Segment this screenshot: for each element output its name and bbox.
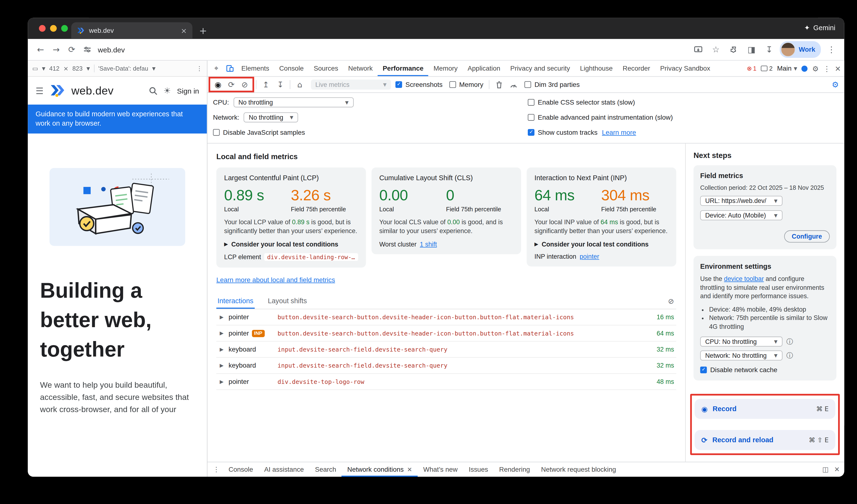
tab-network[interactable]: Network: [343, 61, 377, 76]
drawer-tab-network-conditions[interactable]: Network conditions ✕: [342, 463, 418, 477]
worst-cluster-link[interactable]: 1 shift: [420, 241, 437, 248]
network-throttling-select[interactable]: No throttling▼: [244, 113, 298, 122]
extensions-puzzle-icon[interactable]: [726, 43, 741, 57]
browser-menu-icon[interactable]: ⋮: [824, 43, 839, 57]
fullscreen-window-button[interactable]: [61, 25, 68, 32]
interaction-row[interactable]: ▶ keyboard input.devsite-search-field.de…: [216, 341, 676, 357]
context-selector[interactable]: Main▼: [777, 65, 797, 72]
capture-settings-icon[interactable]: [507, 78, 520, 91]
drawer-tab-console[interactable]: Console: [223, 463, 259, 477]
row-expand-icon[interactable]: ▶: [220, 347, 229, 352]
gemini-button[interactable]: ✦ Gemini: [804, 23, 835, 32]
inp-test-conditions-expander[interactable]: ▶Consider your local test conditions: [535, 241, 669, 248]
custom-tracks-learn-more-link[interactable]: Learn more: [602, 129, 636, 136]
info-icon[interactable]: ⓘ: [786, 337, 793, 346]
tab-sources[interactable]: Sources: [309, 61, 343, 76]
tab-layout-shifts[interactable]: Layout shifts: [267, 293, 308, 309]
field-url-select[interactable]: URL: https://web.dev/▼: [700, 196, 783, 206]
device-width-field[interactable]: 412: [49, 65, 60, 72]
forward-icon[interactable]: →: [49, 43, 63, 57]
drawer-tab-rendering[interactable]: Rendering: [493, 463, 535, 477]
search-icon[interactable]: [149, 86, 157, 95]
record-action-button[interactable]: ◉ Record ⌘ E: [694, 399, 835, 419]
issues-badge[interactable]: 2: [761, 65, 773, 72]
bookmark-star-icon[interactable]: ☆: [709, 43, 723, 57]
side-panel-icon[interactable]: ◨: [744, 43, 759, 57]
drawer-tab-search[interactable]: Search: [309, 463, 342, 477]
device-more-menu-icon[interactable]: ⋮: [197, 65, 203, 72]
configure-button[interactable]: Configure: [784, 230, 830, 242]
inp-interaction-link[interactable]: pointer: [580, 253, 599, 260]
back-icon[interactable]: ←: [33, 43, 48, 57]
field-metrics-learn-link[interactable]: Learn more about local and field metrics: [216, 276, 335, 284]
save-profile-icon[interactable]: ↧: [274, 78, 287, 91]
devtools-close-icon[interactable]: ✕: [835, 64, 841, 72]
row-expand-icon[interactable]: ▶: [220, 363, 229, 368]
inspect-icon[interactable]: ⌖: [209, 61, 223, 76]
tab-close-icon[interactable]: ×: [181, 26, 187, 35]
live-metrics-home-icon[interactable]: ⌂: [293, 78, 306, 91]
info-icon[interactable]: ⓘ: [786, 351, 793, 360]
new-tab-button[interactable]: +: [199, 25, 207, 36]
tab-console[interactable]: Console: [274, 61, 309, 76]
close-window-button[interactable]: [39, 25, 46, 32]
custom-tracks-checkbox[interactable]: Show custom tracks: [528, 129, 598, 136]
disable-network-cache-checkbox[interactable]: Disable network cache: [700, 366, 830, 374]
drawer-dock-icon[interactable]: ◫: [822, 466, 828, 474]
tab-privacy-sandbox[interactable]: Privacy Sandbox: [655, 61, 715, 76]
lcp-element-chip[interactable]: div.devsite-landing-row-ite…: [264, 253, 358, 261]
tab-lighthouse[interactable]: Lighthouse: [575, 61, 618, 76]
cpu-throttling-select[interactable]: No throttling▼: [234, 97, 354, 107]
site-info-icon[interactable]: [80, 43, 95, 57]
device-toolbar-link[interactable]: device toolbar: [724, 275, 764, 282]
tab-memory[interactable]: Memory: [428, 61, 463, 76]
row-expand-icon[interactable]: ▶: [220, 379, 229, 384]
disable-js-samples-checkbox[interactable]: Disable JavaScript samples: [213, 129, 305, 136]
record-and-reload-button[interactable]: ⟳: [225, 78, 238, 91]
downloads-icon[interactable]: ↧: [762, 43, 776, 57]
device-toolbar-toggle-icon[interactable]: [223, 61, 236, 76]
css-selector-stats-checkbox[interactable]: Enable CSS selector stats (slow): [528, 98, 635, 106]
site-brand[interactable]: web.dev: [71, 84, 113, 97]
interaction-row[interactable]: ▶ keyboard input.devsite-search-field.de…: [216, 358, 676, 374]
devtools-more-menu-icon[interactable]: ⋮: [823, 64, 830, 72]
interaction-row[interactable]: ▶ pointer button.devsite-search-button.d…: [216, 309, 676, 325]
record-and-reload-action-button[interactable]: ⟳ Record and reload ⌘ ⇧ E: [694, 430, 835, 450]
focus-page-icon[interactable]: [802, 65, 808, 71]
memory-checkbox[interactable]: Memory: [449, 81, 484, 88]
row-expand-icon[interactable]: ▶: [220, 331, 229, 336]
record-button[interactable]: ◉: [211, 78, 225, 91]
drawer-tab-whats-new[interactable]: What’s new: [418, 463, 463, 477]
tab-privacy-security[interactable]: Privacy and security: [505, 61, 575, 76]
tab-performance[interactable]: Performance: [378, 61, 428, 76]
hamburger-menu-icon[interactable]: ☰: [36, 85, 44, 96]
minimize-window-button[interactable]: [50, 25, 57, 32]
theme-toggle-icon[interactable]: ☀: [164, 86, 171, 96]
drawer-more-tools-icon[interactable]: ⋮: [209, 463, 223, 477]
device-select-icon[interactable]: ▭: [32, 65, 38, 72]
tab-recorder[interactable]: Recorder: [618, 61, 655, 76]
interaction-row[interactable]: ▶ pointer div.devsite-top-logo-row 48 ms: [216, 374, 676, 390]
dim-third-parties-checkbox[interactable]: Dim 3rd parties: [524, 81, 580, 88]
lcp-test-conditions-expander[interactable]: ▶Consider your local test conditions: [224, 241, 358, 248]
advanced-paint-checkbox[interactable]: Enable advanced paint instrumentation (s…: [528, 114, 673, 121]
tab-application[interactable]: Application: [463, 61, 505, 76]
drawer-tab-ai-assistance[interactable]: AI assistance: [259, 463, 309, 477]
webdev-logo-icon[interactable]: [50, 84, 65, 97]
drawer-tab-close-icon[interactable]: ✕: [407, 466, 412, 473]
screenshots-checkbox[interactable]: Screenshots: [396, 81, 443, 88]
save-data-select[interactable]: 'Save-Data': defau: [98, 65, 148, 72]
profile-button[interactable]: Work: [780, 41, 821, 58]
interaction-row[interactable]: ▶ pointerINP button.devsite-search-butto…: [216, 325, 676, 341]
sign-in-link[interactable]: Sign in: [177, 86, 199, 95]
omnibox-url[interactable]: web.dev: [98, 45, 125, 54]
drawer-tab-network-request-blocking[interactable]: Network request blocking: [535, 463, 622, 477]
env-cpu-select[interactable]: CPU: No throttling▼: [700, 336, 783, 347]
browser-tab[interactable]: web.dev ×: [71, 22, 192, 39]
garbage-collect-icon[interactable]: [492, 78, 506, 91]
drawer-close-icon[interactable]: ✕: [834, 466, 840, 474]
capture-settings-gear-icon[interactable]: ⚙: [829, 80, 842, 89]
install-icon[interactable]: [691, 43, 705, 57]
device-height-field[interactable]: 823: [72, 65, 83, 72]
clear-log-icon[interactable]: ⊘: [668, 297, 676, 305]
